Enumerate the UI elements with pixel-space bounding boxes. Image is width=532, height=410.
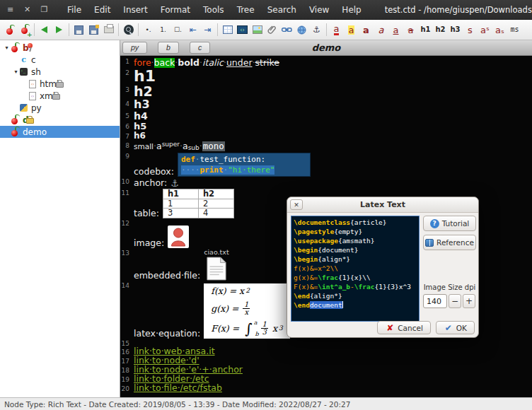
- menu-insert[interactable]: Insert: [117, 5, 154, 15]
- insert-table-button[interactable]: [220, 21, 235, 38]
- cancel-button[interactable]: Cancel: [377, 321, 431, 334]
- indent-increase-button[interactable]: ⇥: [200, 21, 215, 38]
- save-icon: [74, 25, 83, 35]
- menu-tree[interactable]: Tree: [231, 5, 261, 15]
- indent-decrease-button[interactable]: ⇤: [185, 21, 200, 38]
- embedded-table[interactable]: h1h21234: [163, 189, 234, 218]
- reference-button[interactable]: Reference: [423, 235, 476, 250]
- insert-image-button[interactable]: [250, 21, 265, 38]
- link-icon: [282, 25, 292, 34]
- menu-help[interactable]: Help: [335, 5, 367, 15]
- save-button[interactable]: [71, 21, 86, 38]
- recent-node-button-py[interactable]: py: [122, 42, 147, 54]
- tree-node-c[interactable]: cc: [0, 54, 120, 66]
- toolbar-separator: [217, 23, 218, 36]
- latex-equation-image[interactable]: f(x) = x2g(x) = 1xF(x) = ∫ab13 x3: [204, 283, 289, 339]
- editor-line-9[interactable]: 9codebox:def·test_function:····print·"hi…: [120, 152, 532, 177]
- print-button[interactable]: [101, 21, 116, 38]
- tree-node-sh[interactable]: ▾sh: [0, 66, 120, 78]
- tree-node-d[interactable]: d: [0, 114, 120, 126]
- menu-tools[interactable]: Tools: [197, 5, 231, 15]
- editor-line-6[interactable]: 6h5: [120, 122, 532, 132]
- tree-node-xml[interactable]: xml: [0, 90, 120, 102]
- embedded-file[interactable]: ciao.txt: [204, 249, 229, 281]
- dpi-increase-button[interactable]: +: [463, 294, 475, 308]
- menu-format[interactable]: Format: [154, 5, 197, 15]
- editor-line-20[interactable]: 20link·to·file·/etc/fstab: [120, 385, 532, 394]
- text-segment: {empty}: [334, 228, 362, 235]
- line-number: 1: [120, 57, 132, 69]
- editor-line-1[interactable]: 1fore·back·bold·italic·under·strike: [120, 57, 532, 69]
- monospace-button[interactable]: ms: [507, 21, 522, 38]
- window-close-button[interactable]: ✕: [22, 5, 33, 14]
- go-forward-button[interactable]: [52, 21, 66, 38]
- editor-line-5[interactable]: 5h4: [120, 112, 532, 122]
- tree-node-html[interactable]: html: [0, 78, 120, 90]
- editor-line-8[interactable]: 8small·asuper·asub·mono: [120, 141, 532, 152]
- add-subnode-button[interactable]: +: [17, 21, 32, 38]
- strikethrough-button[interactable]: a: [403, 21, 418, 38]
- insert-anchor-button[interactable]: ⚓: [309, 21, 324, 38]
- bulleted-list-button[interactable]: •.: [141, 21, 156, 38]
- go-back-button[interactable]: [37, 21, 52, 38]
- menu-search[interactable]: Search: [261, 5, 303, 15]
- h3-button[interactable]: h3: [448, 21, 463, 38]
- tree-node-b[interactable]: ▾b: [0, 42, 120, 54]
- codebox[interactable]: def·test_function:····print·"hi·there": [178, 153, 311, 177]
- menu-view[interactable]: View: [303, 5, 335, 15]
- window-maximize-button[interactable]: ❐: [39, 5, 50, 14]
- background-color-button[interactable]: a: [344, 21, 359, 38]
- superscript-button[interactable]: aˢ: [478, 21, 492, 38]
- tree-node-py[interactable]: py: [0, 102, 120, 114]
- ok-button[interactable]: OK: [436, 321, 475, 334]
- window-title: test.ctd - /home/giuspen/Downloads - Che…: [385, 5, 532, 15]
- latex-source-line: \usepackage{amsmath}: [294, 236, 417, 245]
- editor-line-3[interactable]: 3h2: [120, 86, 532, 100]
- editor-line-10[interactable]: 10anchor:⚓: [120, 177, 532, 189]
- dialog-close-button[interactable]: ✕: [290, 199, 303, 210]
- recent-node-button-b[interactable]: b: [158, 42, 179, 54]
- text-segment: \frac: [318, 274, 338, 281]
- expander-icon[interactable]: ▾: [12, 69, 20, 75]
- h2-button[interactable]: h2: [433, 21, 448, 38]
- recent-node-button-c[interactable]: c: [190, 42, 210, 54]
- text-segment: anchor:: [134, 178, 167, 188]
- dpi-decrease-button[interactable]: −: [449, 294, 461, 308]
- xml-file-icon: [29, 92, 36, 100]
- find-button[interactable]: [121, 21, 136, 38]
- numbered-list-button[interactable]: 1.: [156, 21, 170, 38]
- italic-button[interactable]: a: [374, 21, 388, 38]
- editor-line-7[interactable]: 7h6: [120, 132, 532, 141]
- table-header-cell: h2: [198, 189, 233, 199]
- embedded-image[interactable]: [168, 226, 189, 248]
- text-segment: test_function:: [200, 155, 265, 164]
- menu-file[interactable]: File: [61, 5, 88, 15]
- editor-line-2[interactable]: 2h1: [120, 69, 532, 86]
- insert-codebox-button[interactable]: [235, 21, 250, 38]
- h1-button[interactable]: h1: [418, 21, 433, 38]
- small-text-button[interactable]: s: [463, 21, 478, 38]
- todo-list-button[interactable]: ☐.: [170, 21, 185, 38]
- tutorial-button[interactable]: Tutorial: [423, 216, 476, 231]
- expander-icon[interactable]: ▾: [3, 45, 11, 51]
- dpi-input[interactable]: [423, 294, 447, 308]
- text-segment: codebox:: [134, 167, 174, 177]
- anchor-icon[interactable]: ⚓: [170, 179, 179, 188]
- insert-anchor-icon: ⚓: [313, 25, 320, 34]
- tree-node-demo[interactable]: demo: [0, 126, 120, 138]
- bold-icon: a: [363, 25, 369, 35]
- menu-edit[interactable]: Edit: [88, 5, 117, 15]
- text-segment: super: [162, 141, 180, 148]
- bold-button[interactable]: a: [359, 21, 374, 38]
- underline-button[interactable]: a: [388, 21, 403, 38]
- add-node-button[interactable]: [2, 21, 17, 38]
- save-as-button[interactable]: [86, 21, 101, 38]
- insert-node-link-button[interactable]: [294, 21, 309, 38]
- subscript-button[interactable]: aₛ: [492, 21, 507, 38]
- tree-panel[interactable]: ▾bcc▾shhtmlxmlpyddemo: [0, 40, 120, 397]
- editor-line-4[interactable]: 4h3: [120, 100, 532, 112]
- latex-source-editor[interactable]: \documentclass{article}\pagestyle{empty}…: [291, 216, 420, 322]
- foreground-color-button[interactable]: a: [329, 21, 344, 38]
- insert-link-button[interactable]: [279, 21, 294, 38]
- attach-file-button[interactable]: [265, 21, 279, 38]
